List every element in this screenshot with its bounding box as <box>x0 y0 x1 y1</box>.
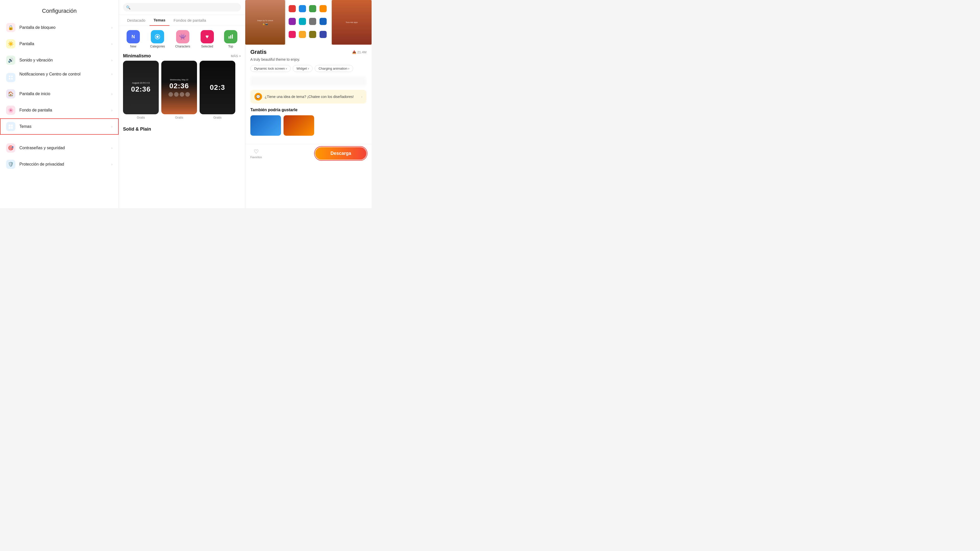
also-card-1[interactable] <box>250 115 281 136</box>
svg-rect-2 <box>9 78 11 79</box>
tab-fondos[interactable]: Fondos de pantalla <box>169 15 210 26</box>
clock-time-3: 02:3 <box>210 83 225 92</box>
chevron-icon: › <box>111 162 113 166</box>
settings-item-wallpaper[interactable]: 🌸 Fondo de pantalla › <box>0 102 119 118</box>
detail-description: A truly beautiful theme to enjoy. <box>250 57 366 62</box>
detail-previews: Swipe Up To Unlock 🔒 📷 Toca más apps <box>245 0 372 44</box>
themes-search-input[interactable] <box>123 3 241 11</box>
detail-size: 📥 21.4M <box>352 50 366 54</box>
category-new-icon: N <box>127 30 140 43</box>
theme-card-img-2: Wednesday, May 22 02:36 <box>161 61 197 114</box>
preview-clock-1: Swipe Up To Unlock 🔒 📷 <box>257 20 273 25</box>
themes-categories: N New Categories 👾 Characters ♥ Selected… <box>119 26 245 50</box>
theme-card-img-1: August 23 Fri ≡ 0 02:36 <box>123 61 159 114</box>
clock-time-2: 02:36 <box>169 82 190 90</box>
svg-rect-5 <box>11 125 13 127</box>
category-categories[interactable]: Categories <box>150 30 165 48</box>
settings-item-themes[interactable]: Temas › <box>0 118 119 135</box>
preview-thumb-2 <box>286 0 331 44</box>
also-like-title: También podría gustarle <box>250 108 366 112</box>
settings-title: Configuración <box>0 5 119 19</box>
clock-date-2: Wednesday, May 22 <box>169 79 190 81</box>
lock-icon: 🔒 <box>6 23 15 32</box>
settings-item-passwords[interactable]: 🎯 Contraseñas y seguridad › <box>0 140 119 156</box>
notifications-icon <box>6 73 15 82</box>
theme-card-label-3: Gratis <box>200 116 235 119</box>
theme-card-img-3: 02:3 <box>200 61 235 114</box>
settings-item-display[interactable]: ☀️ Pantalla › <box>0 36 119 52</box>
svg-rect-0 <box>9 76 11 77</box>
tag-dynamic-lock[interactable]: Dynamic lock screen › <box>250 65 291 72</box>
category-cat-icon <box>151 30 164 43</box>
favorite-label: Favoritos <box>250 156 262 159</box>
detail-tags: Dynamic lock screen › Widget › Charging … <box>250 65 366 72</box>
themes-search-bar-container: 🔍 <box>119 0 245 15</box>
tag-widget[interactable]: Widget › <box>293 65 313 72</box>
settings-label-home: Pantalla de inicio <box>19 92 111 96</box>
section-more-minimalismo[interactable]: MÁS > <box>231 54 241 58</box>
settings-label-sound: Sonido y vibración <box>19 58 111 62</box>
chevron-icon: › <box>111 146 113 150</box>
tag-charging[interactable]: Charging animation › <box>315 65 353 72</box>
favorite-button[interactable]: ♡ Favoritos <box>250 148 262 159</box>
category-selected-label: Selected <box>201 44 213 48</box>
chevron-icon: › <box>111 108 113 112</box>
preview-thumb-1: Swipe Up To Unlock 🔒 📷 <box>245 0 285 44</box>
preview-clock-3: Toca más apps <box>346 21 358 23</box>
clock-display-3: 02:3 <box>210 83 225 92</box>
category-selected-icon: ♥ <box>200 30 214 43</box>
settings-item-privacy[interactable]: 🛡️ Protección de privacidad › <box>0 156 119 172</box>
settings-item-sound[interactable]: 🔊 Sonido y vibración › <box>0 52 119 68</box>
category-categories-label: Categories <box>150 44 165 48</box>
svg-rect-10 <box>229 36 230 38</box>
theme-card-2[interactable]: Wednesday, May 22 02:36 Gratis <box>161 61 197 119</box>
theme-card-3[interactable]: 02:3 Gratis <box>200 61 235 119</box>
category-new[interactable]: N New <box>127 30 140 48</box>
chat-chevron-icon: › <box>361 95 363 99</box>
clock-display-2: Wednesday, May 22 02:36 <box>169 79 190 97</box>
themes-icon <box>6 122 15 131</box>
detail-title: Gratis <box>250 49 267 56</box>
category-selected[interactable]: ♥ Selected <box>200 30 214 48</box>
download-button[interactable]: Descarga <box>315 147 366 160</box>
settings-panel: Configuración 🔒 Pantalla de bloqueo › ☀️… <box>0 0 119 208</box>
settings-item-home[interactable]: 🏠 Pantalla de inicio › <box>0 86 119 102</box>
chevron-icon: › <box>111 72 113 76</box>
svg-rect-11 <box>230 35 231 39</box>
chevron-icon: › <box>111 58 113 62</box>
chevron-icon: › <box>111 92 113 96</box>
download-size-icon: 📥 <box>352 50 356 54</box>
category-top-label: Top <box>228 44 233 48</box>
clock-display-1: August 23 Fri ≡ 0 02:36 <box>131 82 151 94</box>
svg-rect-12 <box>232 35 233 39</box>
display-icon: ☀️ <box>6 39 15 48</box>
chat-icon: 💬 <box>255 93 262 100</box>
theme-card-1[interactable]: August 23 Fri ≡ 0 02:36 Gratis <box>123 61 159 119</box>
section-title-solid: Solid & Plain <box>123 127 151 132</box>
heart-icon: ♡ <box>254 148 259 155</box>
category-characters[interactable]: 👾 Characters <box>175 30 190 48</box>
settings-label-wallpaper: Fondo de pantalla <box>19 108 111 113</box>
theme-card-label-1: Gratis <box>123 116 159 119</box>
chat-banner[interactable]: 💬 ¿Tiene una idea de tema? ¡Chatee con l… <box>250 90 366 103</box>
section-header-minimalismo: Minimalismo MÁS > <box>119 50 245 61</box>
settings-item-notifications[interactable]: Notificaciones y Centro de control › <box>0 68 119 86</box>
lock-screen-widgets <box>169 92 190 97</box>
category-top[interactable]: Top <box>224 30 237 48</box>
settings-divider <box>0 135 119 140</box>
privacy-icon: 🛡️ <box>6 160 15 169</box>
chevron-icon: › <box>111 124 113 129</box>
clock-date-1: August 23 Fri ≡ 0 <box>131 82 151 84</box>
settings-item-lock-screen[interactable]: 🔒 Pantalla de bloqueo › <box>0 19 119 36</box>
chevron-icon: › <box>111 25 113 30</box>
chat-text: ¿Tiene una idea de tema? ¡Chatee con los… <box>265 95 359 99</box>
also-card-2[interactable] <box>283 115 314 136</box>
home-icon: 🏠 <box>6 89 15 98</box>
blurred-content <box>250 76 366 86</box>
tab-destacado[interactable]: Destacado <box>123 15 150 26</box>
svg-rect-1 <box>11 76 13 77</box>
tab-temas[interactable]: Temas <box>150 15 169 26</box>
themes-panel: 🔍 Destacado Temas Fondos de pantalla N N… <box>119 0 245 208</box>
detail-actions: ♡ Favoritos Descarga <box>245 144 372 163</box>
theme-card-label-2: Gratis <box>161 116 197 119</box>
